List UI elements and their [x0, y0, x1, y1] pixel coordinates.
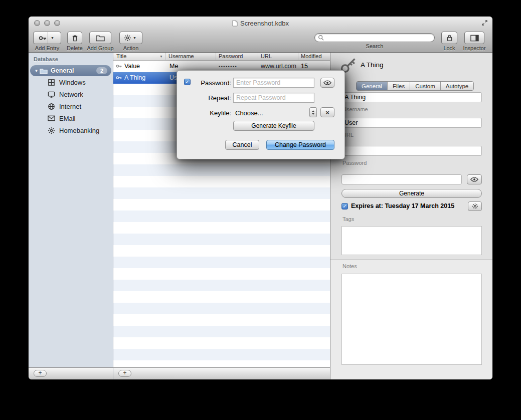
- tab-autotype[interactable]: Autotype: [441, 82, 473, 90]
- tags-field[interactable]: [341, 226, 482, 255]
- windows-icon: [48, 79, 55, 86]
- column-divider[interactable]: [258, 53, 258, 60]
- dialog-show-password-button[interactable]: [320, 78, 334, 88]
- column-header-username[interactable]: Username: [168, 53, 194, 59]
- disclosure-triangle-icon[interactable]: ▼: [33, 69, 40, 73]
- column-divider[interactable]: [165, 53, 166, 60]
- search-item: Search: [312, 32, 437, 49]
- search-field[interactable]: [314, 33, 435, 42]
- notes-section: Notes: [330, 259, 492, 379]
- expires-label: Expires at: Tuesday 17 March 2015: [351, 202, 454, 209]
- cell-modified: 15: [301, 63, 308, 70]
- username-field[interactable]: [341, 118, 482, 128]
- sidebar-item-general[interactable]: ▼ General 2: [30, 65, 111, 76]
- popup-stepper-icon[interactable]: [309, 107, 317, 117]
- action-label: Action: [119, 45, 143, 51]
- titlebar[interactable]: Screenshot.kdbx: [29, 17, 492, 30]
- inspector-panel: A Thing General Files Custom Autotype Us…: [330, 53, 492, 379]
- inspector-tabs: General Files Custom Autotype: [356, 81, 474, 91]
- cell-username: Me: [169, 63, 178, 70]
- add-group-button[interactable]: [89, 32, 111, 44]
- sidebar-item-label: Network: [59, 91, 83, 98]
- inspector-item: Inspector: [460, 32, 489, 51]
- show-password-button[interactable]: [467, 174, 482, 184]
- column-header-password[interactable]: Password: [219, 53, 243, 59]
- folder-icon: [40, 68, 48, 74]
- sidebar-item-internet[interactable]: Internet: [29, 100, 113, 112]
- expires-checkbox[interactable]: ✓: [341, 203, 348, 209]
- add-group-plus-button[interactable]: +: [34, 370, 47, 377]
- change-password-dialog: ✓ Password: Repeat: Keyfile: Choose... ×…: [177, 70, 345, 159]
- clear-keyfile-button[interactable]: ×: [320, 107, 334, 117]
- cell-password: ••••••••: [219, 64, 237, 69]
- dialog-repeat-input[interactable]: [233, 93, 314, 103]
- group-count-badge: 2: [96, 67, 107, 74]
- add-group-label: Add Group: [85, 45, 115, 51]
- gear-icon: [124, 34, 131, 42]
- eye-icon: [323, 80, 331, 85]
- key-icon: [116, 63, 122, 69]
- sidebar-item-email[interactable]: EMail: [29, 112, 113, 124]
- sidebar-item-label: EMail: [59, 115, 76, 122]
- close-icon: ×: [325, 109, 329, 116]
- column-divider[interactable]: [298, 53, 298, 60]
- keyfile-popup-button[interactable]: Choose...: [235, 109, 263, 117]
- delete-button[interactable]: [67, 32, 82, 44]
- dialog-repeat-label: Repeat:: [192, 94, 231, 102]
- lock-button[interactable]: [441, 32, 457, 44]
- column-divider[interactable]: [216, 53, 216, 60]
- delete-label: Delete: [65, 45, 85, 51]
- change-password-button[interactable]: Change Password: [266, 140, 334, 150]
- delete-item: Delete: [65, 32, 85, 51]
- lock-icon: [446, 34, 453, 42]
- tab-custom[interactable]: Custom: [410, 82, 441, 90]
- chevron-down-icon[interactable]: ▼: [131, 36, 138, 40]
- action-button[interactable]: ▼: [119, 32, 142, 44]
- notes-label: Notes: [342, 263, 357, 269]
- search-input[interactable]: [324, 34, 434, 41]
- group-label: General: [51, 67, 96, 74]
- cell-url: www.url.com: [261, 63, 296, 70]
- cell-title: Value: [124, 63, 140, 70]
- username-label: Username: [342, 106, 368, 112]
- password-label: Password: [342, 160, 367, 166]
- column-header-url[interactable]: URL: [261, 53, 272, 59]
- tab-general[interactable]: General: [357, 82, 388, 90]
- add-entry-button[interactable]: ▼: [33, 32, 61, 44]
- monitor-icon: [48, 91, 55, 98]
- sidebar-section-header: Database: [29, 53, 113, 64]
- entry-title: A Thing: [361, 61, 384, 69]
- password-enable-checkbox[interactable]: ✓: [184, 79, 191, 85]
- sidebar: Database ▼ General 2 Windows Network Int…: [29, 53, 113, 367]
- app-window: Screenshot.kdbx ▼ Add Entry Delete Add G…: [29, 17, 492, 379]
- column-header-title[interactable]: Title: [116, 53, 126, 59]
- expires-settings-button[interactable]: [468, 201, 482, 211]
- cell-title: A Thing: [124, 74, 145, 81]
- generate-keyfile-button[interactable]: Generate Keyfile: [233, 121, 314, 131]
- sidebar-item-windows[interactable]: Windows: [29, 76, 113, 88]
- chevron-down-icon[interactable]: ▼: [49, 36, 56, 40]
- add-entry-plus-button[interactable]: +: [118, 370, 131, 377]
- inspector-panel-icon: [470, 35, 479, 42]
- folder-icon: [96, 34, 105, 42]
- divider: [48, 32, 48, 44]
- password-field[interactable]: [341, 174, 462, 184]
- url-field[interactable]: [341, 146, 482, 156]
- column-header-modified[interactable]: Modified: [301, 53, 322, 59]
- action-item: ▼ Action: [119, 32, 143, 51]
- cancel-button[interactable]: Cancel: [225, 140, 259, 150]
- fullscreen-icon[interactable]: [481, 20, 488, 26]
- add-entry-item: ▼ Add Entry: [33, 32, 62, 51]
- sidebar-item-network[interactable]: Network: [29, 88, 113, 100]
- tab-files[interactable]: Files: [388, 82, 410, 90]
- dialog-password-input[interactable]: [233, 78, 314, 88]
- notes-field[interactable]: [341, 274, 482, 365]
- inspector-button[interactable]: [464, 32, 484, 44]
- search-label: Search: [312, 43, 437, 49]
- toolbar: ▼ Add Entry Delete Add Group ▼ Action: [29, 30, 492, 53]
- sidebar-item-homebanking[interactable]: Homebanking: [29, 124, 113, 136]
- title-field[interactable]: [341, 92, 482, 102]
- sort-indicator-icon[interactable]: ▼: [159, 55, 163, 58]
- generate-password-button[interactable]: Generate: [341, 189, 482, 198]
- lock-item: Lock: [439, 32, 460, 51]
